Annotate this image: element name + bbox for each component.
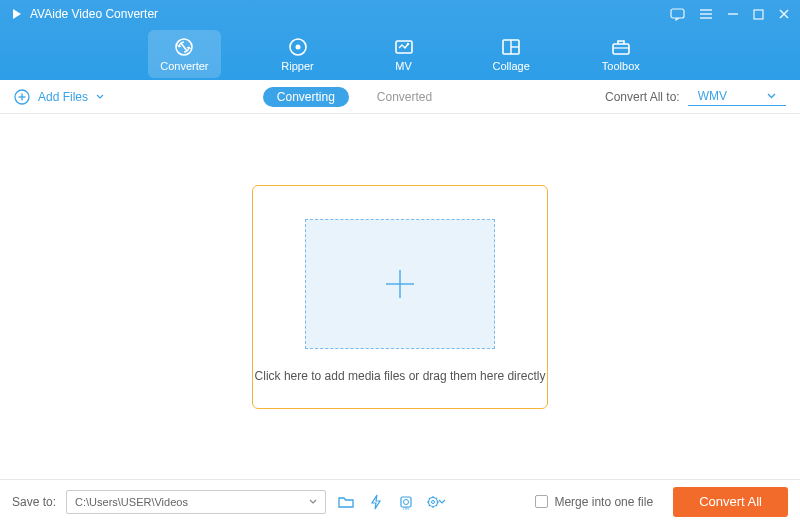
svg-rect-5 [754,10,763,19]
svg-point-12 [406,43,408,45]
tab-toolbox[interactable]: Toolbox [590,30,652,78]
merge-checkbox[interactable]: Merge into one file [535,495,653,509]
dropzone[interactable]: Click here to add media files or drag th… [252,185,548,409]
add-files-button[interactable]: Add Files [14,89,104,105]
save-path-value: C:\Users\USER\Videos [75,496,188,508]
svg-rect-16 [613,44,629,54]
chevron-down-icon [767,93,776,99]
titlebar: AVAide Video Converter [0,0,800,28]
checkbox-icon [535,495,548,508]
feedback-icon[interactable] [670,8,685,21]
plus-circle-icon [14,89,30,105]
boost-button[interactable] [366,492,386,512]
svg-point-26 [429,497,438,506]
ripper-icon [287,36,309,58]
svg-point-24 [404,499,409,504]
plus-icon [380,264,420,304]
chevron-down-icon [96,94,104,99]
svg-rect-0 [671,9,684,18]
converter-icon [173,36,195,58]
open-folder-button[interactable] [336,492,356,512]
convert-all-to-label: Convert All to: [605,90,680,104]
svg-point-27 [432,500,435,503]
toolbar: Add Files Converting Converted Convert A… [0,80,800,114]
format-value: WMV [698,89,727,103]
tab-label: Ripper [281,60,313,72]
save-to-label: Save to: [12,495,56,509]
tab-converter[interactable]: Converter [148,30,220,78]
svg-point-10 [295,45,300,50]
collage-icon [500,36,522,58]
toolbox-icon [610,36,632,58]
maximize-icon[interactable] [753,9,764,20]
add-files-label: Add Files [38,90,88,104]
window-title: AVAide Video Converter [30,7,158,21]
chevron-down-icon [309,499,317,504]
save-path-select[interactable]: C:\Users\USER\Videos [66,490,326,514]
tab-collage[interactable]: Collage [481,30,542,78]
subtab-converted[interactable]: Converted [363,87,446,107]
main-nav: Converter Ripper MV Collage Toolbox [0,28,800,80]
main-area: Click here to add media files or drag th… [0,114,800,479]
dropzone-box [305,219,495,349]
tab-mv[interactable]: MV [375,30,433,78]
close-icon[interactable] [778,8,790,20]
minimize-icon[interactable] [727,8,739,20]
gpu-button[interactable]: ON [396,492,416,512]
convert-all-button[interactable]: Convert All [673,487,788,517]
tab-label: Collage [493,60,530,72]
tab-label: MV [395,60,412,72]
tab-label: Toolbox [602,60,640,72]
svg-text:ON: ON [403,505,409,510]
settings-button[interactable] [426,492,446,512]
footer: Save to: C:\Users\USER\Videos ON Merge i… [0,479,800,523]
mv-icon [393,36,415,58]
menu-icon[interactable] [699,8,713,20]
format-select[interactable]: WMV [688,87,786,106]
subtab-converting[interactable]: Converting [263,87,349,107]
app-logo-icon [10,7,24,21]
tab-ripper[interactable]: Ripper [269,30,327,78]
merge-label: Merge into one file [554,495,653,509]
tab-label: Converter [160,60,208,72]
dropzone-text: Click here to add media files or drag th… [255,369,546,383]
